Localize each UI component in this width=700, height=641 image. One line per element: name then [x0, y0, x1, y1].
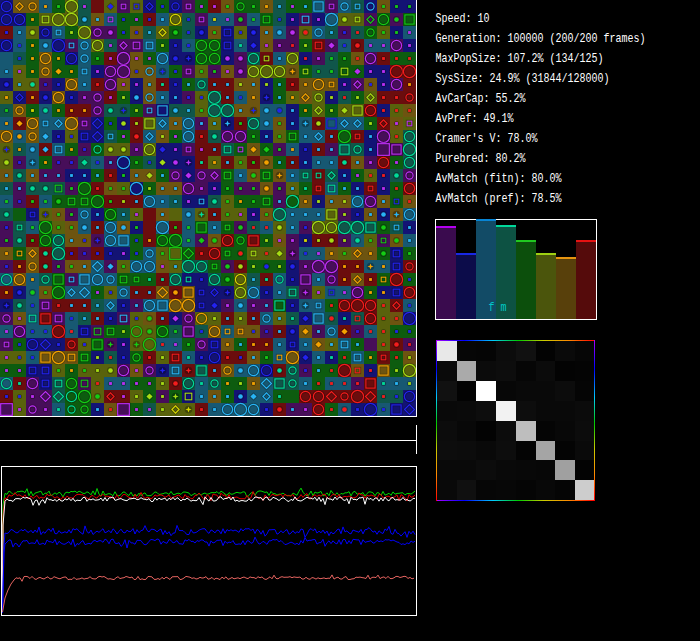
- svg-text:m: m: [501, 300, 507, 315]
- svg-text:Purebred: 80.2%: Purebred: 80.2%: [436, 151, 526, 166]
- svg-text:Generation: 100000 (200/200 fr: Generation: 100000 (200/200 frames): [436, 31, 646, 46]
- svg-text:Speed: 10: Speed: 10: [436, 11, 490, 26]
- svg-text:AvMatch (fitn): 80.0%: AvMatch (fitn): 80.0%: [436, 171, 562, 186]
- svg-text:AvPref: 49.1%: AvPref: 49.1%: [436, 111, 514, 126]
- svg-text:SysSize: 24.9% (31844/128000): SysSize: 24.9% (31844/128000): [436, 71, 610, 86]
- svg-text:MaxPopSize: 107.2% (134/125): MaxPopSize: 107.2% (134/125): [436, 51, 604, 66]
- svg-text:AvCarCap: 55.2%: AvCarCap: 55.2%: [436, 91, 526, 106]
- svg-text:f: f: [489, 300, 495, 315]
- svg-text:Cramer's V: 78.0%: Cramer's V: 78.0%: [436, 131, 538, 146]
- svg-text:AvMatch (pref): 78.5%: AvMatch (pref): 78.5%: [436, 191, 562, 206]
